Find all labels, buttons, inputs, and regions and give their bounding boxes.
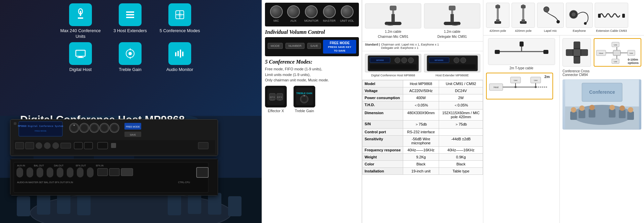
svg-rect-158 <box>581 49 588 56</box>
unitvol-knob-label: UNIT VOL <box>340 19 354 22</box>
mode-button[interactable]: MODE <box>268 43 283 49</box>
svg-text:Conference: Conference <box>589 89 615 95</box>
pole1-img <box>486 3 509 28</box>
svg-rect-59 <box>52 142 59 149</box>
svg-point-186 <box>609 105 615 110</box>
svg-rect-177 <box>570 112 577 120</box>
spec-unit-value: -44dB ±2dB <box>439 136 483 147</box>
delegate-mic-img <box>424 3 480 28</box>
lapel-label: Lapel mic <box>544 29 557 32</box>
extension-cable-label: Extension Cable CM93 <box>596 29 627 32</box>
spec-row: T.H.D.＜0.05%＜0.05% <box>363 101 483 109</box>
conf-modes-title: 5 Conference Modes: <box>265 59 359 65</box>
spec-unit-value: DC24V <box>439 87 483 94</box>
effector-x-item: EFX EFX OUT IN Effector X <box>265 86 287 113</box>
number-button[interactable]: NUMBER <box>285 43 305 49</box>
specs-panel: 1.2m cable Chairman Mic CM91 1.2m cable … <box>362 0 483 223</box>
svg-rect-61 <box>74 142 83 149</box>
ttype-diagram: 2m Host Unit <box>486 73 553 99</box>
treble-effector-box: TREBLE GAIN <box>293 86 315 107</box>
accessories-panel: 420mm pole 420mm pole <box>483 0 644 223</box>
aux-knob[interactable] <box>287 5 300 18</box>
conf-modes-desc: Free mode, FIFO mode (1-9 units), Limit … <box>265 66 359 83</box>
svg-rect-138 <box>543 50 548 54</box>
spec-host-value: 480X330X90mm <box>403 109 439 121</box>
spec-host-value: ＞75db <box>403 121 439 129</box>
feature-audiomonitor: Audio Monitor <box>156 42 203 73</box>
svg-point-134 <box>584 22 587 25</box>
ttype-diagram-label: 2m <box>544 75 550 79</box>
pole2-item: 420mm pole <box>512 3 535 32</box>
spec-host-value: ＜0.05% <box>403 101 439 109</box>
host-device-img: MP9868 <box>365 54 421 72</box>
spec-host-value: 40Hz——16KHz <box>403 147 439 154</box>
spec-row: Control portRS-232 interface <box>363 129 483 136</box>
svg-text:EFX: EFX <box>270 96 275 99</box>
svg-rect-127 <box>521 5 526 8</box>
svg-rect-80 <box>87 167 94 177</box>
spec-unit-value: Black <box>439 161 483 168</box>
spec-host-value: 400W <box>403 94 439 101</box>
svg-point-187 <box>620 105 625 111</box>
svg-rect-81 <box>98 168 108 176</box>
cross-connector-img <box>562 38 591 67</box>
chairman-cable-label: 1.2m cable <box>385 30 401 33</box>
svg-rect-24 <box>78 56 83 57</box>
spec-unit-value <box>439 129 483 136</box>
chairman-mic-label: Chairman Mic CM91 <box>378 35 408 39</box>
spec-unit-value: ＜0.05% <box>439 101 483 109</box>
cross-connector-label: Conference CrossConnector CM94 <box>562 69 641 77</box>
feature-digitalhost: Digital Host <box>57 42 104 73</box>
spec-host-value: 19-inch unit <box>403 168 439 175</box>
svg-point-41 <box>73 125 75 126</box>
master-knob[interactable] <box>323 5 336 18</box>
svg-rect-136 <box>622 14 625 18</box>
ttype-cable-section: 2m T-type cable 2m Host Unit <box>483 35 560 223</box>
device-back-unit: AUX-IN BAL.OUT DAI.OUT EFX.OUT EFX.IN <box>10 159 218 196</box>
unitvol-knob[interactable] <box>341 5 354 18</box>
spec-host-value: Black <box>403 161 439 168</box>
svg-point-27 <box>128 52 132 55</box>
monitor-knob[interactable] <box>305 5 318 18</box>
save-button[interactable]: SAVE <box>307 43 321 49</box>
svg-rect-181 <box>619 110 626 118</box>
svg-rect-135 <box>598 14 601 18</box>
spec-param: Power consumption <box>363 94 403 101</box>
svg-point-112 <box>395 58 400 63</box>
knob-unitvol: UNIT VOL <box>340 5 354 22</box>
svg-point-119 <box>454 58 459 63</box>
monitor-knob-label: MONITOR <box>304 19 318 22</box>
svg-text:SAVE: SAVE <box>130 134 136 136</box>
svg-rect-79 <box>77 167 84 177</box>
svg-text:FREE MODE: FREE MODE <box>126 126 140 128</box>
svg-text:EFX.OUT: EFX.OUT <box>76 164 86 167</box>
middle-panel: MIC AUX MONITOR MASTER UNIT VOL Individu… <box>262 0 362 223</box>
spec-param: Weight <box>363 154 403 161</box>
effectors-row: EFX EFX OUT IN Effector X TREBLE GAIN Tr… <box>265 86 359 113</box>
master-knob-label: MASTER <box>323 19 336 22</box>
svg-rect-125 <box>496 19 499 22</box>
knob-mic: MIC <box>270 5 283 22</box>
mic-knob[interactable] <box>270 5 283 18</box>
svg-rect-77 <box>57 167 63 177</box>
svg-rect-84 <box>197 167 208 177</box>
svg-text:Unit: Unit <box>514 79 518 81</box>
meeting-room-photo: Conference <box>562 79 641 130</box>
svg-rect-155 <box>574 42 580 48</box>
knobs-row: MIC AUX MONITOR MASTER UNIT VOL <box>268 5 356 22</box>
delegate-mic-photo: 1.2m cable Delegate Mic CM91 <box>424 3 480 39</box>
svg-point-188 <box>628 107 633 113</box>
modes5-label: 5 Conference Modes <box>160 28 200 34</box>
free-mode-button[interactable]: FREE MODEPRESS SAVE KEY TO SAVE <box>323 40 356 54</box>
standard-row: Standard | Chairman unit: Lapel mic x 1,… <box>362 42 483 51</box>
svg-point-113 <box>401 58 407 63</box>
svg-rect-139 <box>520 42 524 47</box>
spec-row: Installation19-inch unitTable type <box>363 168 483 175</box>
knob-aux: AUX <box>287 5 300 22</box>
volume-control-section: MIC AUX MONITOR MASTER UNIT VOL <box>265 3 359 26</box>
earphone-label: Earphone <box>573 29 586 32</box>
spec-unit-value: Unit CM91 / CM92 <box>439 80 483 87</box>
digitalhost-icon-box <box>69 42 92 65</box>
svg-point-47 <box>101 125 108 131</box>
spec-param: Dimension <box>363 109 403 121</box>
